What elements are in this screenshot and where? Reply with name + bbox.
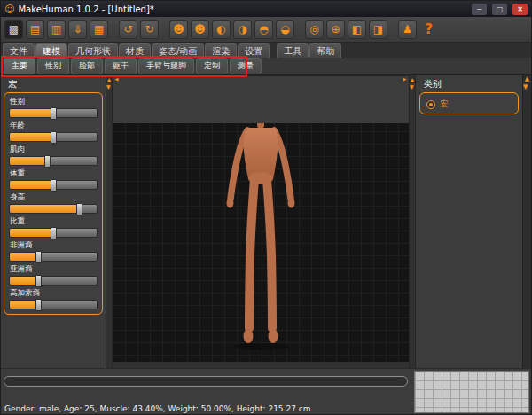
slider-caucasian-track[interactable] (9, 300, 98, 309)
slider-muscle: 肌肉 (9, 145, 98, 166)
symmetry-left-icon[interactable]: ◧ (348, 20, 366, 39)
viewport-bottom-scrollbar[interactable]: ◀ ▶ (113, 75, 409, 123)
slider-asian-handle[interactable] (35, 275, 42, 287)
tab-help[interactable]: 帮助 (309, 43, 341, 58)
close-button[interactable]: × (512, 4, 528, 15)
subtab-gender[interactable]: 性别 (37, 58, 69, 74)
slider-proportions: 比重 (9, 216, 98, 238)
slider-age-label: 年龄 (10, 121, 98, 131)
radio-selected-icon[interactable] (426, 100, 435, 109)
progress-bar (4, 376, 408, 387)
slider-height-handle[interactable] (76, 203, 82, 215)
tab-utilities[interactable]: 工具 (277, 43, 309, 58)
scroll-down-icon[interactable]: ▼ (410, 82, 414, 90)
slider-african-track[interactable] (9, 252, 98, 262)
slider-asian-label: 亚洲裔 (10, 264, 98, 275)
camera-front-icon[interactable]: ☻ (169, 20, 188, 39)
slider-asian: 亚洲裔 (9, 264, 98, 286)
title-bar: ☺ MakeHuman 1.0.2 - [Untitled]* − □ × (1, 1, 531, 17)
radio-dot (429, 103, 433, 106)
slider-proportions-fill (10, 229, 53, 237)
tab-rendering[interactable]: 渲染 (205, 43, 237, 58)
mesh-icon[interactable]: ▩ (4, 20, 23, 39)
slider-age-handle[interactable] (51, 131, 57, 144)
subtab-arms-legs[interactable]: 手臂与腿脚 (138, 58, 194, 74)
subtab-torso[interactable]: 躯干 (105, 58, 137, 74)
camera-left-icon[interactable]: ◐ (212, 20, 231, 39)
slider-asian-fill (10, 277, 38, 285)
category-option-macro[interactable]: 宏 (425, 97, 513, 112)
viewport-left-scrollbar[interactable]: ▲ ▼ (106, 75, 113, 368)
subtab-custom[interactable]: 定制 (196, 58, 228, 74)
redo-icon[interactable]: ↻ (140, 20, 159, 39)
slider-weight-fill (10, 181, 53, 189)
slider-asian-track[interactable] (9, 276, 98, 286)
menu-tab-bar: 文件 建模 几何形状 材质 姿态/动画 渲染 设置 工具 帮助 (1, 43, 531, 58)
slider-weight-label: 体重 (10, 168, 98, 179)
subtab-face[interactable]: 脸部 (71, 58, 103, 74)
maximize-button[interactable]: □ (492, 4, 507, 15)
slider-muscle-fill (10, 157, 47, 165)
slider-gender-handle[interactable] (51, 107, 57, 120)
category-panel-title: 类别 (424, 78, 519, 90)
slider-caucasian: 高加索裔 (9, 288, 98, 309)
export-icon[interactable]: ⇓ (68, 20, 87, 39)
slider-weight-handle[interactable] (51, 179, 57, 192)
camera-right-icon[interactable]: ◑ (233, 20, 252, 39)
3d-viewport[interactable] (113, 82, 409, 362)
tab-files[interactable]: 文件 (3, 43, 35, 58)
slider-age-track[interactable] (9, 132, 98, 142)
slider-muscle-handle[interactable] (44, 155, 51, 168)
scroll-left-icon[interactable]: ◀ (113, 76, 121, 123)
slider-proportions-track[interactable] (9, 228, 98, 238)
camera-top-icon[interactable]: ◓ (254, 20, 273, 39)
slider-gender-track[interactable] (9, 108, 98, 118)
load-icon[interactable]: ▥ (47, 20, 66, 39)
slider-age-fill (10, 133, 53, 141)
slider-african-fill (10, 253, 38, 261)
bottom-bar: Gender: male, Age: 25, Muscle: 43.40%, W… (1, 368, 531, 415)
undo-icon[interactable]: ↺ (119, 20, 137, 39)
window-right-scrollbar[interactable]: ▲ ▼ (522, 75, 531, 368)
zoom-icon[interactable]: ⊕ (326, 20, 345, 39)
macro-panel: 宏 性别 年龄 肌肉 (1, 75, 106, 368)
camera-bottom-icon[interactable]: ◒ (276, 20, 294, 39)
slider-caucasian-handle[interactable] (35, 299, 42, 311)
scroll-down-icon[interactable]: ▼ (523, 82, 528, 90)
category-option-group: 宏 (419, 92, 519, 114)
slider-proportions-handle[interactable] (51, 227, 57, 239)
app-logo-icon: ☺ (4, 4, 14, 14)
subtab-main[interactable]: 主要 (4, 58, 35, 74)
save-icon[interactable]: ▤ (26, 20, 44, 39)
macro-slider-group: 性别 年龄 肌肉 (4, 92, 103, 315)
subtab-measure[interactable]: 测量 (230, 58, 262, 74)
tab-settings[interactable]: 设置 (238, 43, 270, 58)
status-text: Gender: male, Age: 25, Muscle: 43.40%, W… (4, 404, 311, 413)
viewport-right-scrollbar[interactable]: ▲ ▼ (409, 75, 416, 368)
slider-african-handle[interactable] (35, 251, 42, 263)
human-model[interactable] (194, 87, 327, 353)
scroll-down-icon[interactable]: ▼ (106, 82, 111, 90)
slider-muscle-track[interactable] (9, 156, 98, 166)
slider-height-track[interactable] (9, 204, 98, 214)
slider-height-fill (10, 205, 79, 213)
tab-pose-animate[interactable]: 姿态/动画 (152, 43, 204, 58)
window-title: MakeHuman 1.0.2 - [Untitled]* (18, 4, 466, 14)
pose-icon[interactable]: ♟ (398, 20, 417, 39)
help-icon[interactable]: ? (419, 20, 438, 39)
slider-height-label: 身高 (10, 192, 98, 203)
slider-weight-track[interactable] (9, 180, 98, 190)
slider-caucasian-label: 高加索裔 (10, 288, 98, 299)
grid-icon[interactable]: ▦ (90, 20, 108, 39)
scroll-right-icon[interactable]: ▶ (401, 76, 409, 123)
camera-back-icon[interactable]: ☻ (191, 20, 209, 39)
tab-materials[interactable]: 材质 (119, 43, 151, 58)
app-window: ☺ MakeHuman 1.0.2 - [Untitled]* − □ × ▩ … (0, 0, 532, 415)
orbit-icon[interactable]: ◎ (305, 20, 324, 39)
minimize-button[interactable]: − (472, 4, 487, 15)
viewport-container: ◀ ▶ (113, 75, 409, 368)
tab-geometries[interactable]: 几何形状 (68, 43, 118, 58)
tab-modelling[interactable]: 建模 (35, 43, 67, 58)
slider-gender: 性别 (9, 97, 98, 118)
symmetry-right-icon[interactable]: ◨ (369, 20, 387, 39)
